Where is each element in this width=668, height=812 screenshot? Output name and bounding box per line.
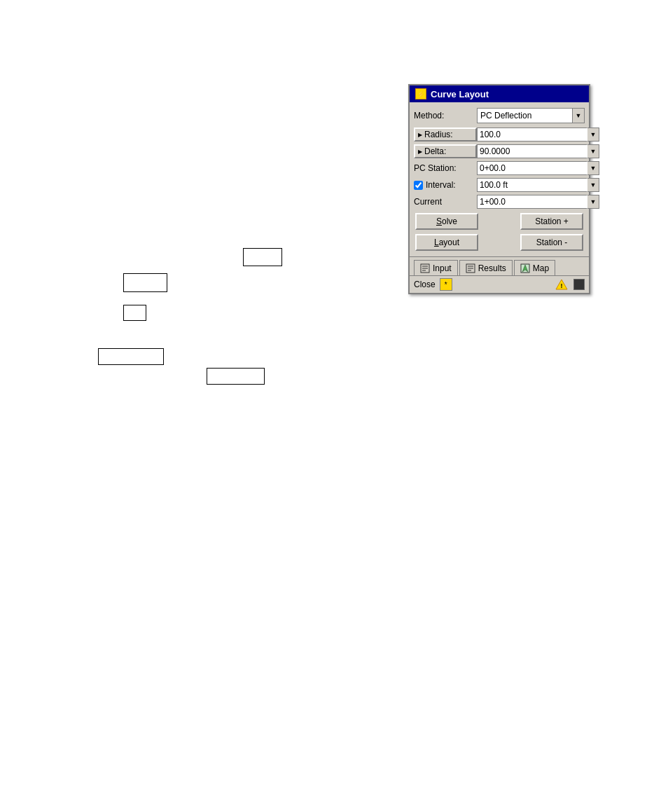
current-input-group: ▼: [477, 195, 599, 209]
tab-results[interactable]: Results: [459, 260, 513, 275]
radius-label-btn[interactable]: Radius:: [414, 128, 477, 142]
canvas-rect-2: [123, 305, 146, 321]
delta-input[interactable]: [477, 144, 587, 158]
dialog-title: Curve Layout: [431, 89, 489, 99]
interval-row: Interval: ▼: [414, 178, 585, 192]
tab-input-label: Input: [433, 263, 452, 273]
interval-input[interactable]: [477, 178, 587, 192]
canvas-rect-3: [98, 348, 164, 365]
star-button[interactable]: *: [440, 278, 452, 291]
tab-input[interactable]: Input: [414, 260, 458, 275]
station-minus-button[interactable]: Station -: [520, 234, 583, 251]
station-plus-button[interactable]: Station +: [520, 213, 583, 230]
pc-station-input-group: ▼: [477, 161, 599, 175]
canvas-rect-4: [243, 248, 282, 266]
delta-input-group: ▼: [477, 144, 599, 158]
svg-text:⚡: ⚡: [417, 90, 426, 99]
method-dropdown-btn[interactable]: ▼: [572, 108, 585, 123]
buttons-row-2: Layout Station -: [415, 234, 583, 251]
current-label: Current: [414, 197, 477, 207]
station-plus-label: Station +: [535, 216, 569, 226]
station-minus-label: Station -: [536, 238, 568, 247]
pc-station-input[interactable]: [477, 161, 587, 175]
close-label: Close: [414, 280, 436, 289]
map-icon: [520, 263, 530, 273]
input-icon: [420, 263, 430, 273]
method-select-display: PC Deflection: [477, 108, 572, 123]
tab-results-label: Results: [478, 263, 506, 273]
interval-checkbox[interactable]: [414, 181, 423, 190]
interval-dropdown-btn[interactable]: ▼: [587, 178, 599, 192]
layout-button[interactable]: Layout: [415, 234, 478, 251]
svg-text:!: !: [561, 282, 563, 289]
radius-input-group: ▼: [477, 128, 599, 142]
radius-dropdown-btn[interactable]: ▼: [587, 128, 599, 142]
pc-station-label: PC Station:: [414, 163, 477, 173]
buttons-row-1: Solve Station +: [415, 213, 583, 230]
pc-station-dropdown-btn[interactable]: ▼: [587, 161, 599, 175]
method-select-wrapper: PC Deflection ▼: [477, 108, 585, 123]
warning-icon: !: [555, 278, 568, 291]
layout-label: Layout: [434, 238, 459, 247]
interval-input-group: ▼: [477, 178, 599, 192]
solve-button[interactable]: Solve: [415, 213, 478, 230]
delta-dropdown-btn[interactable]: ▼: [587, 144, 599, 158]
interval-checkbox-label: Interval:: [414, 180, 477, 190]
current-row: Current ▼: [414, 195, 585, 209]
tab-bar: Input Results Map: [410, 256, 589, 275]
bottom-bar: Close * !: [410, 275, 589, 293]
results-icon: [466, 263, 475, 273]
current-input[interactable]: [477, 195, 587, 209]
canvas-rect-5: [207, 368, 265, 385]
pc-station-row: PC Station: ▼: [414, 161, 585, 175]
canvas-rect-1: [123, 273, 167, 292]
radius-row: Radius: ▼: [414, 128, 585, 142]
tab-map[interactable]: Map: [514, 260, 555, 275]
method-label: Method:: [414, 111, 477, 121]
delta-row: Delta: ▼: [414, 144, 585, 158]
delta-label-btn[interactable]: Delta:: [414, 144, 477, 158]
dialog-title-icon: ⚡: [415, 88, 426, 99]
dialog-body: Method: PC Deflection ▼ Radius: ▼ Delta:: [410, 102, 589, 256]
radius-input[interactable]: [477, 128, 587, 142]
scroll-indicator: [573, 279, 585, 290]
curve-layout-dialog: ⚡ Curve Layout Method: PC Deflection ▼ R…: [408, 84, 590, 294]
method-row: Method: PC Deflection ▼: [414, 108, 585, 123]
tab-map-label: Map: [533, 263, 549, 273]
current-dropdown-btn[interactable]: ▼: [587, 195, 599, 209]
star-icon: *: [445, 281, 447, 289]
dialog-titlebar[interactable]: ⚡ Curve Layout: [410, 85, 589, 102]
solve-label: Solve: [436, 216, 457, 226]
